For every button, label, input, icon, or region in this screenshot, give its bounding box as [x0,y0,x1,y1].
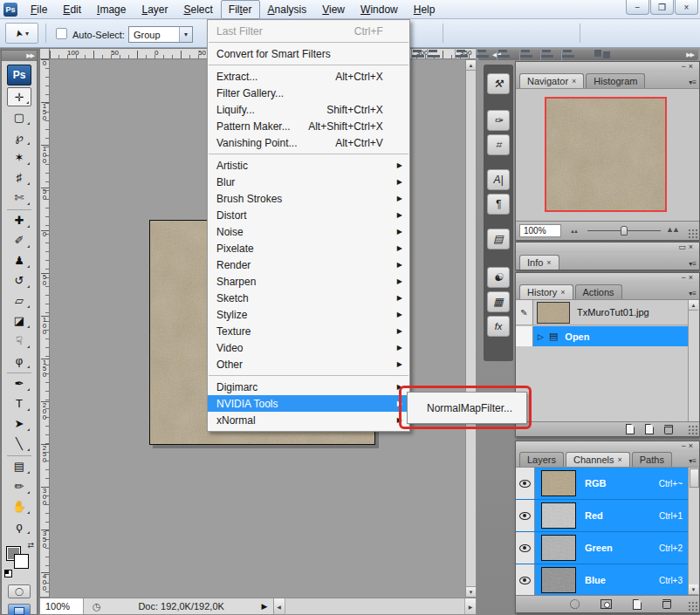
history-brush-source-icon[interactable]: ✎ [516,300,533,325]
menu-item-last-filter[interactable]: Last Filter Ctrl+F ▶ [208,23,409,39]
brush-tool[interactable]: ✐ [7,230,31,249]
notes-tool[interactable]: ▤ [7,455,31,475]
menu-item-sketch[interactable]: Sketch ▶ [208,290,409,306]
resize-grip[interactable] [688,425,697,434]
auto-select-mode-dropdown[interactable]: Group ▾ [128,26,193,43]
align-bottom-edges-icon[interactable] [452,45,470,61]
navigator-zoom-field[interactable]: 100% [519,224,561,237]
close-panel-icon[interactable]: × [689,441,696,450]
close-tab-icon[interactable]: × [572,77,576,85]
menubar-item-analysis[interactable]: Analysis [260,0,315,19]
visibility-toggle[interactable] [516,532,535,564]
panel-header-buttons[interactable]: −× [681,441,696,450]
healing-brush-tool[interactable]: ✚ [7,209,31,229]
distribute-vertical-centers-icon[interactable] [538,45,555,61]
close-button[interactable]: × [675,0,698,15]
slice-tool[interactable]: ✄ [7,188,31,207]
delete-state-button[interactable] [664,425,673,434]
scroll-up-icon[interactable]: ▲ [689,300,698,311]
align-vertical-centers-icon[interactable] [424,45,442,61]
clone-source-icon[interactable]: ⌗ [487,134,510,155]
channel-row-red[interactable]: Red Ctrl+1 [516,500,690,532]
save-selection-as-channel-button[interactable] [600,599,612,609]
delete-channel-button[interactable] [662,599,671,609]
tab-channels[interactable]: Channels × [566,452,630,467]
minimize-panel-icon[interactable]: − [681,273,688,282]
scroll-down-icon[interactable]: ▼ [466,586,476,597]
menu-item-artistic[interactable]: Artistic ▶ [208,157,409,174]
panel-menu-icon[interactable]: ▾≡ [689,260,697,268]
channels-scrollbar[interactable]: ▼ [688,468,699,595]
panel-header-buttons[interactable]: −× [681,273,696,282]
navigator-proxy-view[interactable] [545,97,667,212]
menu-item-vanishing-point[interactable]: Vanishing Point... Alt+Ctrl+V ▶ [208,134,409,151]
auto-align-layers-icon[interactable] [590,45,614,61]
quick-mask-button[interactable]: ◯ [8,584,31,598]
horizontal-scrollbar[interactable]: ◀ ▶ [273,598,476,614]
menu-item-liquify[interactable]: Liquify... Shift+Ctrl+X ▶ [208,101,409,118]
load-selection-button[interactable] [570,599,580,609]
resize-grip[interactable] [688,601,697,611]
layer-comps-icon[interactable]: ▤ [487,229,510,249]
type-tool[interactable]: T [7,393,31,413]
align-right-edges-icon[interactable] [517,45,534,61]
menu-item-xnormal[interactable]: xNormal ▶ [208,412,409,428]
align-left-edges-icon[interactable] [473,45,491,61]
close-tab-icon[interactable]: × [560,288,565,297]
close-tab-icon[interactable]: × [546,258,551,267]
eraser-tool[interactable]: ▱ [7,290,31,310]
channel-row-rgb[interactable]: RGB Ctrl+~ [516,468,690,500]
resize-grip[interactable] [688,229,697,238]
tab-info[interactable]: Info × [519,255,559,270]
menu-item-pattern-maker[interactable]: Pattern Maker... Alt+Shift+Ctrl+X ▶ [208,118,409,134]
tab-navigator[interactable]: Navigator × [519,73,584,88]
new-channel-button[interactable] [633,599,642,610]
menu-item-nvidia-tools[interactable]: NVIDIA Tools ▶ [208,395,409,412]
character-icon[interactable]: A| [487,169,510,190]
history-state-selected[interactable]: ▷ ▤ Open [533,326,688,346]
hand-tool[interactable]: ✋ [7,496,31,516]
swatches-icon[interactable]: ▦ [487,291,510,312]
zoom-in-icon[interactable]: ▲▲ [666,225,678,234]
menubar-item-image[interactable]: Image [89,0,134,19]
visibility-toggle[interactable] [516,468,535,499]
rectangular-marquee-tool[interactable]: ▢ [7,107,31,126]
zoom-slider[interactable] [587,230,661,231]
dodge-tool[interactable]: φ [7,351,31,370]
visibility-toggle[interactable] [516,500,535,531]
styles-icon[interactable]: fx [487,316,510,337]
menu-item-other[interactable]: Other ▶ [208,356,409,372]
history-brush-tool[interactable]: ↺ [7,270,31,290]
close-panel-icon[interactable]: × [689,243,696,251]
menubar-item-edit[interactable]: Edit [55,0,89,19]
magic-wand-tool[interactable]: ✶ [7,147,31,167]
tab-paths[interactable]: Paths [632,452,672,467]
restore-button[interactable]: ❐ [650,0,674,15]
minimize-button[interactable]: − [626,0,649,15]
tab-histogram[interactable]: Histogram [586,73,645,88]
menubar-item-help[interactable]: Help [406,0,443,19]
menubar-item-select[interactable]: Select [175,0,220,19]
crop-tool[interactable]: ♯ [7,167,31,187]
history-snapshot-row[interactable]: ✎ TxMuroTut01.jpg [516,300,688,325]
swap-colors-icon[interactable]: ⇄ [27,541,34,550]
menu-item-distort[interactable]: Distort ▶ [208,207,409,223]
tool-presets-icon[interactable]: ⚒ [487,73,510,94]
eyedropper-tool[interactable]: ✏ [7,476,31,495]
clone-stamp-tool[interactable]: ♟ [7,250,31,270]
tab-history[interactable]: History × [519,284,573,299]
path-selection-tool[interactable]: ➤ [7,413,31,433]
tab-layers[interactable]: Layers [519,452,564,467]
scroll-down-icon[interactable]: ▼ [689,584,698,595]
menubar-item-layer[interactable]: Layer [134,0,175,19]
scrollbar-thumb[interactable] [690,468,699,488]
menu-item-noise[interactable]: Noise ▶ [208,223,409,240]
vertical-scrollbar[interactable]: ▲ ▼ [465,59,477,598]
menubar-item-file[interactable]: File [23,0,55,19]
visibility-toggle[interactable] [516,564,535,596]
minimize-panel-icon[interactable]: − [681,62,688,71]
menu-item-digimarc[interactable]: Digimarc ▶ [208,379,409,395]
minimize-panel-icon[interactable]: − [681,441,688,450]
default-colors-icon[interactable] [4,570,12,577]
menu-item-filter-gallery[interactable]: Filter Gallery... ▶ [208,85,409,101]
